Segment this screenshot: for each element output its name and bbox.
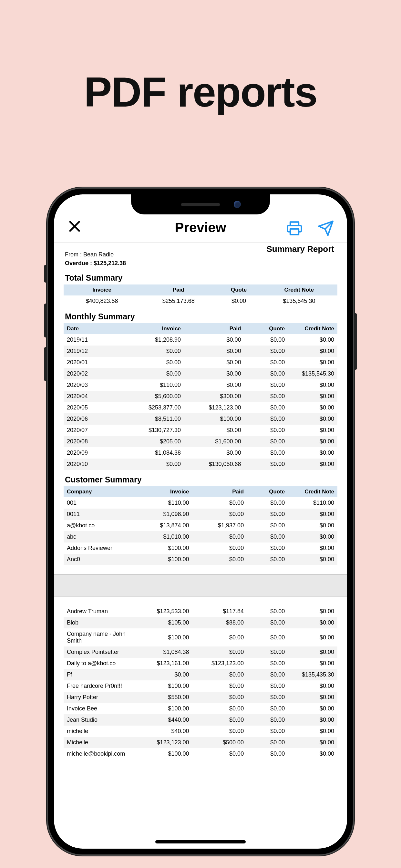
col-quote: Quote [217,284,260,296]
report-from: From : Bean Radio [65,251,114,258]
col-paid: Paid [140,284,217,296]
monthly-summary-heading: Monthly Summary [65,312,336,321]
table-row: 2020/09$1,084.38$0.00$0.00$0.00 [64,447,337,459]
monthly-summary-table: Date Invoice Paid Quote Credit Note 2019… [64,323,337,470]
phone-notch [131,194,270,214]
overdue-amount: Overdue : $125,212.38 [65,260,336,267]
table-row: Company name - John Smith$100.00$0.00$0.… [64,628,337,647]
table-row: $400,823.58 $255,173.68 $0.00 $135,545.3… [64,296,337,307]
close-button[interactable] [67,219,82,236]
table-row: 2019/11$1,208.90$0.00$0.00$0.00 [64,334,337,345]
phone-mockup: Preview [47,187,354,856]
table-row: a@kbot.co$13,874.00$1,937.00$0.00$0.00 [64,520,337,531]
table-row: Blob$105.00$88.00$0.00$0.00 [64,617,337,628]
report-heading: Summary Report [267,244,335,254]
total-summary-table: Invoice Paid Quote Credit Note $400,823.… [64,284,337,307]
table-row: Daily to a@kbot.co$123,161.00$123,123.00… [64,658,337,669]
table-row: Complex Pointsetter$1,084.38$0.00$0.00$0… [64,647,337,658]
svg-rect-3 [290,229,299,235]
table-row: Andrew Truman$123,533.00$117.84$0.00$0.0… [64,606,337,617]
col-credit-note: Credit Note [261,284,337,296]
table-row: 2020/06$8,511.00$100.00$0.00$0.00 [64,413,337,425]
customer-summary-heading: Customer Summary [65,475,336,485]
table-row: 2019/12$0.00$0.00$0.00$0.00 [64,345,337,357]
table-row: Ff$0.00$0.00$0.00$135,435.30 [64,669,337,680]
table-row: Anc0$100.00$0.00$0.00$0.00 [64,554,337,565]
promo-headline: PDF reports [0,68,401,116]
paper-plane-icon [317,220,334,237]
table-row: michelle$40.00$0.00$0.00$0.00 [64,725,337,737]
table-row: 2020/03$110.00$0.00$0.00$0.00 [64,379,337,391]
table-row: Jean Studio$440.00$0.00$0.00$0.00 [64,714,337,725]
page-break [54,574,347,597]
customer-summary-table: Company Invoice Paid Quote Credit Note 0… [64,486,337,565]
table-row: 2020/07$130,727.30$0.00$0.00$0.00 [64,425,337,436]
power-button [354,313,357,370]
table-row: Free hardcore Pr0n!!!$100.00$0.00$0.00$0… [64,680,337,692]
table-row: 2020/02$0.00$0.00$0.00$135,545.30 [64,368,337,379]
silence-switch [44,265,47,283]
phone-screen: Preview [54,194,347,848]
table-row: abc$1,010.00$0.00$0.00$0.00 [64,531,337,542]
printer-icon [286,220,303,237]
send-button[interactable] [317,220,334,238]
report-date-range [65,245,114,251]
table-row: Addons Reviewer$100.00$0.00$0.00$0.00 [64,542,337,554]
table-row: 2020/05$253,377.00$123,123.00$0.00$0.00 [64,402,337,413]
front-camera [234,201,241,208]
close-icon [67,219,82,234]
total-summary-heading: Total Summary [65,273,336,283]
col-invoice: Invoice [64,284,140,296]
table-row: Harry Potter$550.00$0.00$0.00$0.00 [64,692,337,703]
table-row: michelle@bookipi.com$100.00$0.00$0.00$0.… [64,748,337,760]
table-row: 2020/04$5,600.00$300.00$0.00$0.00 [64,391,337,402]
volume-up-button [44,304,47,337]
table-row: 2020/08$205.00$1,600.00$0.00$0.00 [64,436,337,447]
table-row: 2020/01$0.00$0.00$0.00$0.00 [64,357,337,368]
home-indicator[interactable] [155,840,246,843]
table-row: 001$110.00$0.00$0.00$110.00 [64,497,337,508]
customer-summary-table-continued: Andrew Truman$123,533.00$117.84$0.00$0.0… [64,606,337,760]
table-row: 2020/10$0.00$130,050.68$0.00$0.00 [64,459,337,470]
print-button[interactable] [286,220,303,238]
table-row: Michelle$123,123.00$500.00$0.00$0.00 [64,737,337,748]
volume-down-button [44,347,47,381]
table-row: Invoice Bee$100.00$0.00$0.00$0.00 [64,703,337,714]
report-body[interactable]: From : Bean Radio Summary Report Overdue… [54,243,347,848]
speaker-grille [181,203,220,206]
table-row: 0011$1,098.90$0.00$0.00$0.00 [64,508,337,520]
